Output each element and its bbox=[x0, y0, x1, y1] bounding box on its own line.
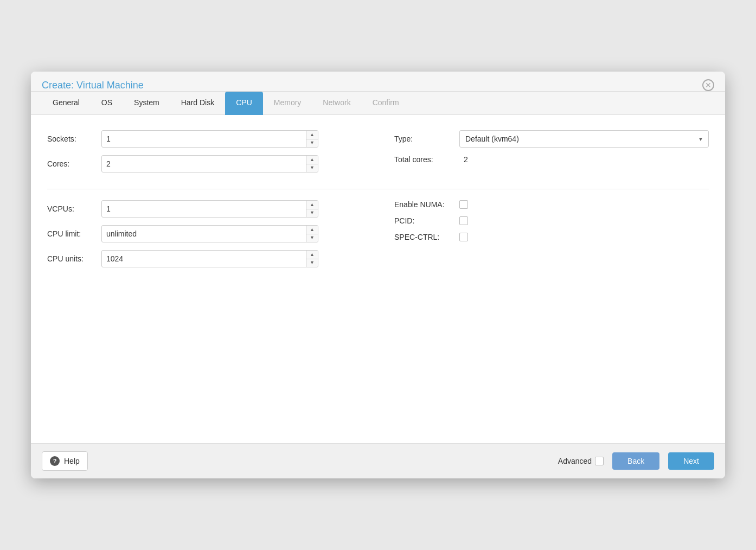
pcid-row: PCID: bbox=[394, 216, 709, 225]
sockets-control: ▲ ▼ bbox=[101, 130, 318, 148]
cpu-limit-row: CPU limit: ▲ ▼ bbox=[47, 225, 362, 242]
vcpus-input[interactable] bbox=[102, 201, 306, 217]
spec-ctrl-label: SPEC-CTRL: bbox=[394, 233, 459, 241]
cpu-units-down-arrow[interactable]: ▼ bbox=[306, 259, 318, 267]
create-vm-dialog: Create: Virtual Machine ✕ General OS Sys… bbox=[31, 72, 725, 478]
cores-row: Cores: ▲ ▼ bbox=[47, 155, 362, 172]
cpu-limit-label: CPU limit: bbox=[47, 229, 101, 238]
right-top-panel: Type: Default (kvm64) host kvm32 kvm64 m… bbox=[394, 130, 709, 180]
vcpus-up-arrow[interactable]: ▲ bbox=[306, 201, 318, 209]
type-select-wrap: Default (kvm64) host kvm32 kvm64 max ▼ bbox=[459, 130, 709, 148]
sockets-row: Sockets: ▲ ▼ bbox=[47, 130, 362, 148]
enable-numa-row: Enable NUMA: bbox=[394, 200, 709, 209]
sockets-up-arrow[interactable]: ▲ bbox=[306, 131, 318, 139]
spec-ctrl-wrap bbox=[459, 233, 468, 241]
tab-system[interactable]: System bbox=[123, 92, 170, 115]
cpu-limit-arrows: ▲ ▼ bbox=[306, 226, 318, 242]
vcpus-spinner[interactable]: ▲ ▼ bbox=[101, 200, 318, 218]
sockets-spinner[interactable]: ▲ ▼ bbox=[101, 130, 318, 148]
tab-memory: Memory bbox=[263, 92, 312, 115]
vcpus-control: ▲ ▼ bbox=[101, 200, 318, 218]
cpu-units-label: CPU units: bbox=[47, 254, 101, 263]
cores-label: Cores: bbox=[47, 159, 101, 168]
dialog-title: Create: Virtual Machine bbox=[42, 80, 144, 91]
content-area: Sockets: ▲ ▼ Cores: bbox=[31, 115, 725, 443]
tab-bar: General OS System Hard Disk CPU Memory N… bbox=[31, 92, 725, 115]
advanced-text: Advanced bbox=[558, 457, 592, 465]
sockets-input[interactable] bbox=[102, 131, 306, 147]
back-button[interactable]: Back bbox=[612, 452, 659, 470]
cpu-units-control: ▲ ▼ bbox=[101, 250, 318, 267]
vcpus-row: VCPUs: ▲ ▼ bbox=[47, 200, 362, 218]
right-bottom-panel: Enable NUMA: PCID: SPEC-CTRL: bbox=[394, 200, 709, 275]
pcid-label: PCID: bbox=[394, 216, 459, 225]
sockets-down-arrow[interactable]: ▼ bbox=[306, 139, 318, 148]
footer-right: Advanced Back Next bbox=[558, 452, 714, 470]
close-button[interactable]: ✕ bbox=[702, 79, 714, 91]
total-cores-label: Total cores: bbox=[394, 155, 459, 164]
cpu-limit-spinner[interactable]: ▲ ▼ bbox=[101, 225, 318, 242]
cpu-limit-control: ▲ ▼ bbox=[101, 225, 318, 242]
cpu-units-input[interactable] bbox=[102, 251, 306, 267]
title-bar: Create: Virtual Machine ✕ bbox=[31, 72, 725, 92]
cores-up-arrow[interactable]: ▲ bbox=[306, 156, 318, 164]
enable-numa-label: Enable NUMA: bbox=[394, 200, 459, 209]
tab-hard-disk[interactable]: Hard Disk bbox=[170, 92, 225, 115]
help-button[interactable]: ? Help bbox=[42, 451, 88, 471]
cores-arrows: ▲ ▼ bbox=[306, 156, 318, 172]
vcpus-down-arrow[interactable]: ▼ bbox=[306, 209, 318, 218]
total-cores-row: Total cores: 2 bbox=[394, 155, 709, 164]
cpu-limit-input[interactable] bbox=[102, 226, 306, 242]
advanced-label[interactable]: Advanced bbox=[558, 457, 604, 465]
tab-cpu[interactable]: CPU bbox=[225, 92, 263, 115]
tab-os[interactable]: OS bbox=[91, 92, 123, 115]
left-top-panel: Sockets: ▲ ▼ Cores: bbox=[47, 130, 362, 180]
spec-ctrl-checkbox[interactable] bbox=[459, 233, 468, 241]
cores-spinner[interactable]: ▲ ▼ bbox=[101, 155, 318, 172]
pcid-wrap bbox=[459, 216, 468, 225]
sockets-arrows: ▲ ▼ bbox=[306, 131, 318, 147]
cores-input[interactable] bbox=[102, 156, 306, 172]
left-bottom-panel: VCPUs: ▲ ▼ CPU limit: bbox=[47, 200, 362, 275]
type-select[interactable]: Default (kvm64) host kvm32 kvm64 max bbox=[459, 130, 709, 148]
type-label: Type: bbox=[394, 135, 459, 143]
type-row: Type: Default (kvm64) host kvm32 kvm64 m… bbox=[394, 130, 709, 148]
section-divider bbox=[47, 189, 709, 189]
tab-network: Network bbox=[312, 92, 361, 115]
next-button[interactable]: Next bbox=[668, 452, 714, 470]
pcid-checkbox[interactable] bbox=[459, 216, 468, 225]
close-icon: ✕ bbox=[705, 81, 712, 89]
enable-numa-wrap bbox=[459, 200, 468, 209]
cpu-units-row: CPU units: ▲ ▼ bbox=[47, 250, 362, 267]
help-icon: ? bbox=[50, 456, 60, 466]
enable-numa-checkbox[interactable] bbox=[459, 200, 468, 209]
spec-ctrl-row: SPEC-CTRL: bbox=[394, 233, 709, 241]
cpu-limit-up-arrow[interactable]: ▲ bbox=[306, 226, 318, 234]
cpu-units-spinner[interactable]: ▲ ▼ bbox=[101, 250, 318, 267]
cpu-units-arrows: ▲ ▼ bbox=[306, 251, 318, 267]
total-cores-value: 2 bbox=[459, 155, 468, 164]
cpu-units-up-arrow[interactable]: ▲ bbox=[306, 251, 318, 259]
vcpus-arrows: ▲ ▼ bbox=[306, 201, 318, 217]
tab-confirm: Confirm bbox=[362, 92, 410, 115]
cpu-limit-down-arrow[interactable]: ▼ bbox=[306, 234, 318, 242]
tab-general[interactable]: General bbox=[42, 92, 91, 115]
advanced-checkbox[interactable] bbox=[595, 457, 604, 465]
vcpus-label: VCPUs: bbox=[47, 204, 101, 213]
cores-down-arrow[interactable]: ▼ bbox=[306, 164, 318, 172]
help-label: Help bbox=[64, 457, 80, 465]
cores-control: ▲ ▼ bbox=[101, 155, 318, 172]
sockets-label: Sockets: bbox=[47, 135, 101, 143]
footer: ? Help Advanced Back Next bbox=[31, 443, 725, 478]
